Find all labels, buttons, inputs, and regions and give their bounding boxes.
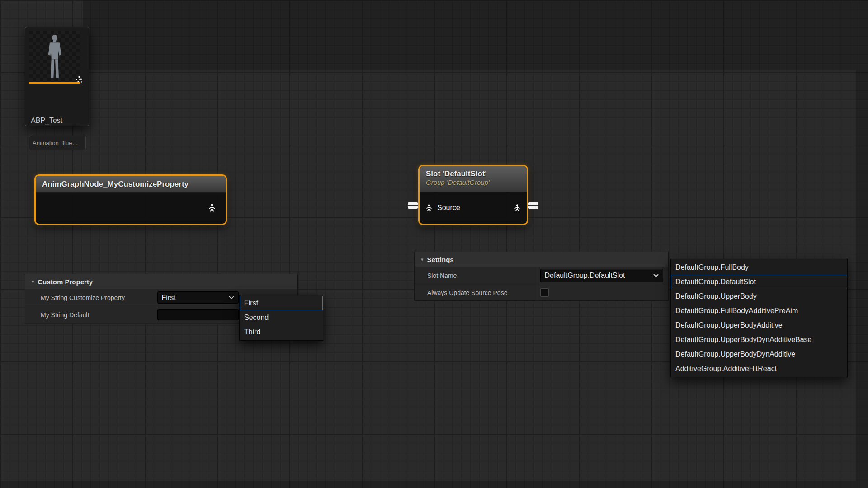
source-pin-label: Source [437, 204, 460, 212]
node-body: Source [420, 192, 527, 223]
pose-pin-icon [425, 203, 433, 212]
node-animgraph-customize-property[interactable]: AnimGraphNode_MyCustomizeProperty [34, 174, 227, 225]
string-customize-dropdown[interactable]: First [157, 291, 239, 304]
property-value-cell: DefaultGroup.DefaultSlot [538, 267, 668, 284]
string-dropdown-popup: First Second Third [239, 295, 323, 341]
chevron-down-icon [653, 274, 659, 277]
dropdown-option[interactable]: DefaultGroup.UpperBodyAdditive [671, 318, 847, 333]
dropdown-selected-value: First [162, 294, 176, 302]
dropdown-option[interactable]: DefaultGroup.FullBodyAdditivePreAim [671, 304, 847, 318]
property-label: My String Customize Property [25, 294, 156, 301]
node-title: AnimGraphNode_MyCustomizeProperty [42, 180, 189, 189]
pose-pin-icon[interactable] [208, 203, 217, 213]
blueprint-graph-canvas[interactable]: ABP_Test Animation Blue… AnimGraphNode_M… [0, 0, 868, 488]
source-input-pin[interactable]: Source [425, 203, 460, 212]
dropdown-option[interactable]: DefaultGroup.UpperBodyDynAdditiveBase [671, 333, 847, 347]
right-panel-shade [856, 70, 868, 481]
node-body [36, 193, 226, 223]
asset-type-color-bar [29, 82, 80, 84]
dropdown-option[interactable]: Third [240, 325, 323, 339]
custom-property-category-header[interactable]: ▾ Custom Property [25, 274, 297, 289]
top-panel-shade [83, 0, 868, 70]
category-title: Custom Property [38, 278, 93, 286]
slot-name-dropdown-popup: DefaultGroup.FullBody DefaultGroup.Defau… [670, 259, 848, 377]
property-row: Slot Name DefaultGroup.DefaultSlot [415, 267, 668, 284]
node-title: Slot 'DefaultSlot' [426, 169, 520, 178]
category-title: Settings [427, 256, 454, 263]
output-wire-stub[interactable] [528, 202, 538, 209]
dropdown-option[interactable]: DefaultGroup.UpperBodyDynAdditive [671, 347, 847, 361]
bottom-panel-shade [0, 481, 868, 488]
dropdown-option[interactable]: AdditiveGroup.AdditiveHitReact [671, 361, 847, 376]
property-label: Slot Name [415, 272, 538, 279]
node-subtitle: Group 'DefaultGroup' [426, 178, 520, 186]
asset-drag-preview-card[interactable]: ABP_Test Animation Blue… [25, 27, 89, 126]
asset-title: ABP_Test [31, 117, 62, 125]
pose-pin-icon [513, 203, 521, 212]
dropdown-selected-value: DefaultGroup.DefaultSlot [545, 272, 625, 280]
dropdown-option[interactable]: DefaultGroup.UpperBody [671, 289, 847, 304]
collapse-arrow-icon[interactable]: ▾ [32, 279, 34, 285]
node-header[interactable]: Slot 'DefaultSlot' Group 'DefaultGroup' [420, 166, 527, 192]
asset-type-box: Animation Blue… [29, 136, 86, 150]
node-header[interactable]: AnimGraphNode_MyCustomizeProperty [36, 176, 226, 193]
string-default-input[interactable] [157, 309, 239, 320]
dropdown-option[interactable]: DefaultGroup.DefaultSlot [671, 275, 847, 289]
pose-output-pin[interactable] [513, 203, 521, 212]
mannequin-silhouette-icon [40, 33, 70, 81]
property-label: My String Default [25, 311, 156, 319]
dropdown-option[interactable]: DefaultGroup.FullBody [671, 260, 847, 275]
dropdown-option[interactable]: Second [240, 310, 323, 325]
collapse-arrow-icon[interactable]: ▾ [421, 257, 424, 263]
settings-category-header[interactable]: ▾ Settings [415, 252, 668, 267]
property-label: Always Update Source Pose [415, 289, 538, 296]
asset-thumbnail [29, 31, 80, 82]
dropdown-option[interactable]: First [240, 296, 323, 310]
chevron-down-icon [229, 296, 234, 300]
always-update-source-pose-checkbox[interactable] [540, 288, 549, 297]
settings-panel: ▾ Settings Slot Name DefaultGroup.Defaul… [414, 252, 669, 301]
asset-type-label: Animation Blue… [33, 140, 78, 146]
input-wire-stub[interactable] [408, 202, 418, 209]
slot-name-dropdown[interactable]: DefaultGroup.DefaultSlot [540, 269, 663, 282]
node-slot-defaultslot[interactable]: Slot 'DefaultSlot' Group 'DefaultGroup' … [418, 165, 528, 225]
property-row: Always Update Source Pose [415, 284, 668, 301]
property-value-cell [538, 284, 668, 301]
